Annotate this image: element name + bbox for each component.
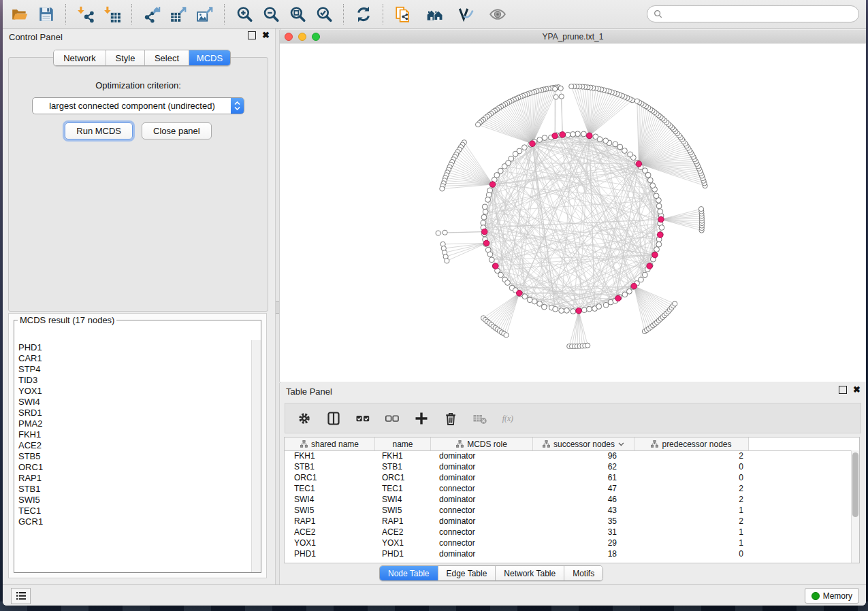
float-panel-icon[interactable] xyxy=(248,31,256,39)
memory-label: Memory xyxy=(823,591,852,601)
control-panel-title: Control Panel xyxy=(9,32,63,42)
table-row[interactable]: ACE2ACE2connector311 xyxy=(285,527,852,538)
network-titlebar[interactable]: YPA_prune.txt_1 xyxy=(280,30,866,44)
table-row[interactable]: TEC1TEC1connector472 xyxy=(285,483,852,494)
show-graphics-details-button[interactable] xyxy=(487,4,508,24)
cytoscape-window: Control Panel ✖ Network Style Select MCD… xyxy=(3,0,866,606)
mcds-result-list[interactable]: PHD1CAR1STP4TID3YOX1SWI4SRD1PMA2FKH1ACE2… xyxy=(14,340,252,572)
mcds-result-item[interactable]: SWI4 xyxy=(18,397,252,408)
mcds-result-item[interactable]: RAP1 xyxy=(18,473,252,484)
import-network-button[interactable] xyxy=(76,4,96,24)
scrollbar-thumb[interactable] xyxy=(852,452,858,517)
mcds-result-item[interactable]: GCR1 xyxy=(18,516,252,527)
zoom-fit-button[interactable] xyxy=(287,4,308,24)
tree-icon xyxy=(300,440,308,448)
column-header-successor-nodes[interactable]: successor nodes xyxy=(533,437,634,450)
task-history-button[interactable] xyxy=(11,588,31,604)
column-label: MCDS role xyxy=(467,440,507,449)
list-icon xyxy=(16,591,27,601)
close-panel-icon[interactable]: ✖ xyxy=(853,386,861,393)
search-input[interactable] xyxy=(666,9,852,20)
result-scrollbar[interactable] xyxy=(251,340,261,572)
table-cell: TEC1 xyxy=(285,484,375,493)
save-session-button[interactable] xyxy=(36,4,57,24)
delete-table-button[interactable] xyxy=(472,410,488,427)
criterion-select[interactable]: largest connected component (undirected) xyxy=(32,97,244,114)
zoom-in-button[interactable] xyxy=(234,4,255,24)
table-row[interactable]: RAP1RAP1dominator352 xyxy=(285,516,852,527)
table-row[interactable]: SWI5SWI5connector431 xyxy=(285,505,852,516)
mcds-result-item[interactable]: YOX1 xyxy=(18,386,252,397)
table-row[interactable]: YOX1YOX1connector291 xyxy=(285,538,852,548)
tab-network-table[interactable]: Network Table xyxy=(496,566,564,580)
global-search-field[interactable] xyxy=(647,5,859,22)
network-canvas[interactable] xyxy=(280,44,866,382)
toggle-columns-button[interactable] xyxy=(325,410,342,427)
column-header-predecessor-nodes[interactable]: predecessor nodes xyxy=(634,437,749,450)
tree-icon xyxy=(543,440,550,448)
tab-node-table[interactable]: Node Table xyxy=(380,566,438,580)
mcds-result-item[interactable]: ORC1 xyxy=(18,462,252,473)
deselect-all-button[interactable] xyxy=(384,410,400,427)
table-row[interactable]: FKH1FKH1dominator962 xyxy=(285,450,852,461)
memory-button[interactable]: Memory xyxy=(805,588,859,604)
mcds-result-item[interactable]: PMA2 xyxy=(18,418,252,429)
export-network-button[interactable] xyxy=(142,4,162,24)
column-header-name[interactable]: name xyxy=(375,437,431,450)
share-document-icon xyxy=(394,5,412,23)
table-settings-button[interactable] xyxy=(296,410,312,427)
mcds-result-item[interactable]: STB1 xyxy=(18,484,252,495)
zoom-selected-button[interactable] xyxy=(314,4,334,24)
network-graph[interactable] xyxy=(280,44,867,382)
mcds-result-item[interactable]: STP4 xyxy=(18,364,252,375)
mcds-result-item[interactable]: PHD1 xyxy=(18,342,252,353)
vizmap-style-button[interactable] xyxy=(455,4,476,24)
mcds-result-item[interactable]: ACE2 xyxy=(18,440,252,451)
table-row[interactable]: ORC1ORC1dominator610 xyxy=(285,472,852,483)
table-cell: dominator xyxy=(431,451,533,461)
table-cell: connector xyxy=(431,527,533,537)
mcds-result-item[interactable]: SWI5 xyxy=(18,495,252,506)
tab-edge-table[interactable]: Edge Table xyxy=(438,566,496,580)
delete-column-button[interactable] xyxy=(443,410,459,427)
select-all-button[interactable] xyxy=(355,410,371,427)
mcds-result-item[interactable]: FKH1 xyxy=(18,429,252,440)
status-bar: Memory xyxy=(3,584,866,606)
share-document-button[interactable] xyxy=(393,4,413,24)
import-table-button[interactable] xyxy=(102,4,123,24)
table-row[interactable]: PHD1PHD1dominator180 xyxy=(285,548,852,559)
mcds-result-item[interactable]: STB5 xyxy=(18,451,252,462)
network-search-button[interactable] xyxy=(425,4,445,24)
table-cell: STB1 xyxy=(285,462,375,472)
tab-mcds[interactable]: MCDS xyxy=(189,50,230,65)
refresh-button[interactable] xyxy=(353,4,374,24)
function-builder-button[interactable]: f(x) xyxy=(501,410,517,427)
mcds-result-item[interactable]: CAR1 xyxy=(18,353,252,364)
add-column-button[interactable] xyxy=(413,410,430,427)
close-panel-button[interactable]: Close panel xyxy=(142,122,212,139)
table-scrollbar[interactable] xyxy=(851,450,859,563)
column-header-shared-name[interactable]: shared name xyxy=(285,437,375,450)
column-header-mcds-role[interactable]: MCDS role xyxy=(431,437,533,450)
tree-icon xyxy=(456,440,464,448)
export-image-button[interactable] xyxy=(195,4,215,24)
mcds-result-item[interactable]: SRD1 xyxy=(18,408,252,418)
table-row[interactable]: SWI4SWI4dominator462 xyxy=(285,494,852,505)
float-panel-icon[interactable] xyxy=(839,386,847,394)
tab-network[interactable]: Network xyxy=(54,50,106,65)
tab-motifs[interactable]: Motifs xyxy=(564,566,602,580)
table-cell: 96 xyxy=(533,451,634,461)
mcds-result-item[interactable]: TEC1 xyxy=(18,506,252,516)
tab-style[interactable]: Style xyxy=(106,50,145,65)
table-row[interactable]: STB1STB1dominator620 xyxy=(285,461,852,472)
mcds-result-item[interactable]: TID3 xyxy=(18,375,252,386)
export-table-button[interactable] xyxy=(168,4,189,24)
close-panel-icon[interactable]: ✖ xyxy=(262,32,270,39)
zoom-out-button[interactable] xyxy=(261,4,281,24)
table-panel-title: Table Panel xyxy=(286,386,332,397)
run-mcds-button[interactable]: Run MCDS xyxy=(65,122,133,139)
table-header-row: shared name name MCDS role successor nod… xyxy=(285,437,859,451)
table-cell: ACE2 xyxy=(285,527,375,537)
tab-select[interactable]: Select xyxy=(145,50,189,65)
open-session-button[interactable] xyxy=(10,4,30,24)
